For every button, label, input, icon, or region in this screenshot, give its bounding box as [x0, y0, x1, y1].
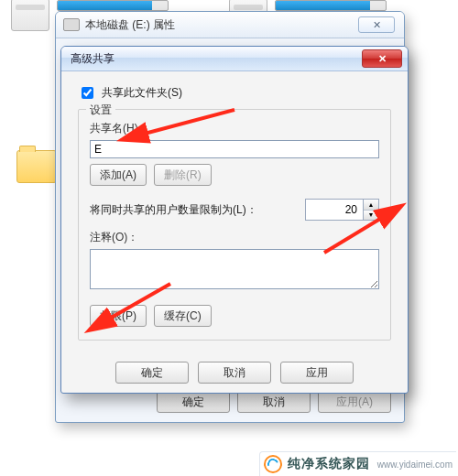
remove-share-button[interactable]: 删除(R) — [154, 164, 212, 186]
close-icon: ✕ — [378, 53, 387, 65]
drive-small-icon — [63, 18, 80, 31]
close-icon: ✕ — [373, 19, 381, 31]
drive-usage-bar — [57, 0, 169, 11]
user-limit-up-button[interactable]: ▲ — [364, 200, 378, 211]
add-share-button[interactable]: 添加(A) — [90, 164, 147, 186]
advanced-cancel-button[interactable]: 取消 — [198, 362, 271, 384]
settings-group: 设置 共享名(H)： 添加(A) 删除(R) 将同时共享的用户数量限制为(L)：… — [78, 109, 391, 341]
drive-icon — [11, 0, 49, 31]
share-folder-checkbox[interactable] — [82, 87, 93, 99]
share-name-label: 共享名(H)： — [90, 121, 379, 136]
drive-usage-bar — [275, 0, 387, 11]
share-name-input[interactable] — [90, 140, 379, 158]
properties-ok-button[interactable]: 确定 — [157, 391, 230, 413]
advanced-sharing-title-text: 高级共享 — [71, 51, 114, 67]
caching-button[interactable]: 缓存(C) — [154, 305, 212, 327]
brand-url: www.yidaimei.com — [377, 460, 453, 470]
comment-textarea[interactable] — [90, 249, 379, 289]
user-limit-input[interactable] — [305, 199, 364, 221]
advanced-apply-button[interactable]: 应用 — [280, 362, 354, 384]
properties-cancel-button[interactable]: 取消 — [237, 391, 311, 413]
advanced-sharing-close-button[interactable]: ✕ — [362, 49, 402, 68]
properties-close-button[interactable]: ✕ — [358, 16, 395, 33]
properties-title-text: 本地磁盘 (E:) 属性 — [85, 17, 175, 33]
user-limit-label: 将同时共享的用户数量限制为(L)： — [90, 202, 257, 218]
brand-logo-icon — [264, 455, 282, 473]
advanced-sharing-titlebar[interactable]: 高级共享 — [61, 47, 408, 71]
permissions-button[interactable]: 权限(P) — [90, 305, 147, 327]
advanced-sharing-dialog: 高级共享 ✕ 共享此文件夹(S) 设置 共享名(H)： 添加(A) 删除(R) … — [60, 46, 409, 394]
brand-name: 纯净系统家园 — [288, 456, 370, 472]
share-folder-label: 共享此文件夹(S) — [102, 85, 182, 101]
user-limit-down-button[interactable]: ▼ — [364, 211, 378, 221]
watermark: 纯净系统家园 www.yidaimei.com — [259, 451, 456, 476]
share-folder-checkbox-row[interactable]: 共享此文件夹(S) — [78, 84, 391, 102]
properties-apply-button[interactable]: 应用(A) — [318, 391, 391, 413]
settings-group-title: 设置 — [86, 103, 115, 118]
comment-label: 注释(O)： — [90, 230, 379, 245]
folder-icon[interactable] — [16, 150, 57, 183]
properties-titlebar[interactable]: 本地磁盘 (E:) 属性 — [56, 12, 404, 38]
advanced-ok-button[interactable]: 确定 — [115, 362, 189, 384]
